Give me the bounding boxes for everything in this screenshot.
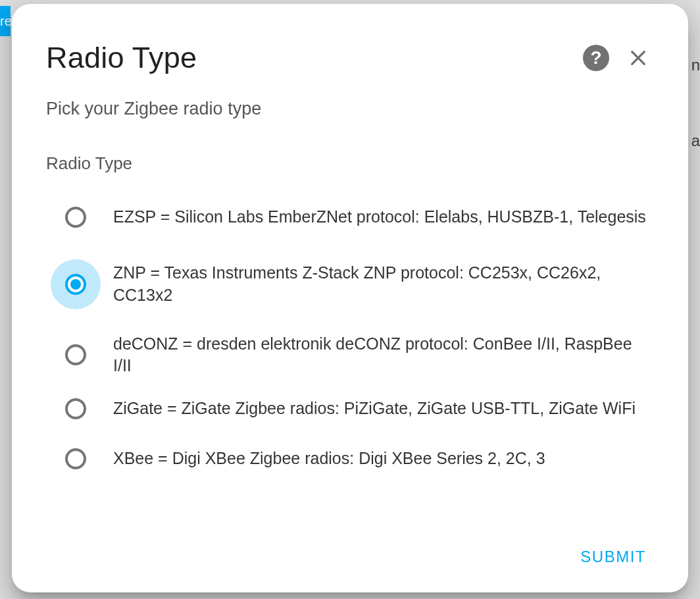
radio-option-label: ZiGate = ZiGate Zigbee radios: PiZiGate,…: [113, 398, 636, 420]
dialog-header: Radio Type ?: [46, 41, 654, 75]
radio-option-label: XBee = Digi XBee Zigbee radios: Digi XBe…: [113, 448, 545, 470]
radio-type-dialog: Radio Type ? Pick your Zigbee radio type…: [12, 4, 688, 592]
radio-option-xbee[interactable]: XBee = Digi XBee Zigbee radios: Digi XBe…: [46, 434, 654, 484]
radio-button-icon: [62, 445, 89, 473]
submit-button[interactable]: SUBMIT: [572, 542, 654, 571]
radio-button-icon: [62, 341, 89, 369]
radio-option-label: ZNP = Texas Instruments Z-Stack ZNP prot…: [113, 262, 654, 307]
help-button[interactable]: ?: [580, 42, 612, 74]
radio-option-zigate[interactable]: ZiGate = ZiGate Zigbee radios: PiZiGate,…: [46, 384, 654, 434]
radio-button-icon: [62, 395, 89, 423]
radio-option-label: deCONZ = dresden elektronik deCONZ proto…: [113, 333, 654, 378]
bg-text-fragment: n: [691, 56, 700, 74]
radio-option-label: EZSP = Silicon Labs EmberZNet protocol: …: [113, 206, 646, 228]
bg-text-fragment: a: [691, 132, 700, 150]
radio-option-znp[interactable]: ZNP = Texas Instruments Z-Stack ZNP prot…: [46, 255, 654, 313]
radio-button-icon: [62, 271, 89, 298]
radio-button-icon: [62, 203, 89, 231]
radio-option-deconz[interactable]: deCONZ = dresden elektronik deCONZ proto…: [46, 326, 654, 384]
help-icon: ?: [583, 45, 609, 71]
radio-option-ezsp[interactable]: EZSP = Silicon Labs EmberZNet protocol: …: [46, 192, 654, 242]
dialog-title: Radio Type: [46, 41, 570, 75]
close-button[interactable]: [622, 42, 654, 74]
close-icon: [628, 47, 649, 68]
radio-type-group: EZSP = Silicon Labs EmberZNet protocol: …: [46, 192, 654, 484]
dialog-subtitle: Pick your Zigbee radio type: [46, 99, 654, 119]
bg-tab-fragment: re: [0, 6, 11, 36]
radio-group-label: Radio Type: [46, 153, 654, 174]
dialog-actions: SUBMIT: [46, 542, 654, 571]
